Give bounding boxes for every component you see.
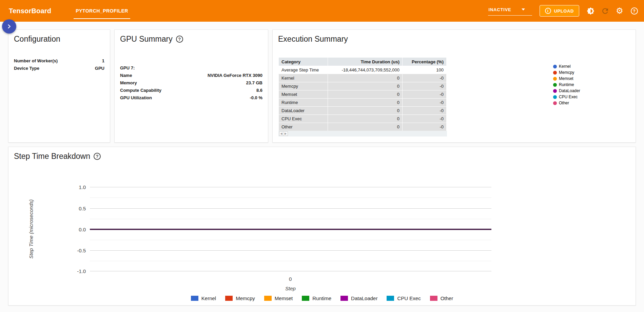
cell-category: CPU Exec — [279, 115, 328, 123]
tab-label: PYTORCH_PROFILER — [76, 8, 128, 14]
config-row-device-type: Device Type GPU — [14, 66, 104, 71]
cell-duration: 0 — [328, 74, 403, 82]
table-horizontal-scrollbar: ◀ ▶ — [278, 131, 447, 137]
legend-item: Memset — [264, 295, 293, 301]
table-row[interactable]: Kernel 0 -0 — [279, 74, 447, 82]
chevron-down-icon — [522, 8, 525, 11]
config-label: Number of Worker(s) — [14, 58, 58, 64]
scroll-left-arrow-icon[interactable]: ◀ — [279, 132, 284, 136]
legend-label: Kernel — [201, 295, 216, 301]
legend-swatch — [340, 296, 348, 301]
gridline — [90, 271, 491, 271]
settings-gear-icon[interactable]: ⚙ — [615, 6, 624, 15]
gpu-row-memory: Memory 23.7 GB — [120, 80, 262, 86]
gridline-minor — [90, 261, 491, 261]
gridline — [90, 187, 491, 187]
tab-active-underline — [74, 18, 130, 19]
step-time-series-line[interactable] — [90, 229, 491, 230]
gridline-minor — [90, 240, 491, 240]
gpu-summary-help-icon[interactable]: ? — [176, 36, 183, 43]
gpu-label: GPU 7: — [120, 65, 135, 71]
step-time-chart-legend: Kernel Memcpy Memset Runtime DataLoader … — [8, 295, 636, 301]
legend-dot — [553, 77, 557, 81]
cell-duration: 0 — [328, 90, 403, 99]
gridline-minor — [90, 197, 491, 198]
legend-swatch — [264, 296, 272, 301]
legend-label: Other — [441, 295, 453, 301]
legend-label: CPU Exec — [559, 95, 578, 99]
refresh-icon[interactable] — [601, 6, 609, 15]
table-row[interactable]: Memcpy 0 -0 — [279, 82, 447, 90]
expand-sidebar-button[interactable] — [2, 19, 16, 34]
legend-label: Kernel — [559, 64, 571, 69]
info-icon: i — [545, 8, 551, 14]
legend-item: Other — [430, 295, 453, 301]
legend-label: Runtime — [312, 295, 331, 301]
gpu-row-utilization: GPU Utilization -0.0 % — [120, 95, 262, 101]
gpu-summary-card: GPU Summary ? GPU 7: Name NVIDIA GeForce… — [114, 29, 268, 143]
legend-item: Memset — [553, 76, 580, 82]
gpu-label: Memory — [120, 80, 137, 86]
table-row[interactable]: Runtime 0 -0 — [279, 99, 447, 107]
cell-duration: 0 — [328, 82, 403, 90]
cell-duration: 0 — [328, 107, 403, 115]
table-row[interactable]: Average Step Time -18,446,744,073,709,55… — [279, 66, 447, 74]
legend-item: DataLoader — [340, 295, 377, 301]
cell-duration: 0 — [328, 123, 403, 131]
legend-item: CPU Exec — [387, 295, 421, 301]
upload-button[interactable]: i UPLOAD — [540, 5, 580, 17]
gpu-value: 23.7 GB — [246, 80, 262, 86]
execution-summary-title: Execution Summary — [278, 35, 348, 44]
legend-label: DataLoader — [559, 88, 580, 93]
table-row[interactable]: DataLoader 0 -0 — [279, 107, 447, 115]
tab-pytorch-profiler[interactable]: PYTORCH_PROFILER — [74, 0, 130, 22]
y-tick-label: -1.0 — [70, 268, 86, 274]
table-row[interactable]: Memset 0 -0 — [279, 90, 447, 99]
cell-percentage: -0 — [403, 74, 447, 82]
gpu-summary-title: GPU Summary ? — [120, 35, 183, 44]
cell-percentage: -0 — [403, 90, 447, 99]
legend-label: CPU Exec — [397, 295, 421, 301]
legend-swatch — [225, 296, 233, 301]
cell-percentage: -0 — [403, 123, 447, 131]
cell-percentage: -0 — [403, 107, 447, 115]
gpu-row-device: GPU 7: — [120, 65, 262, 71]
y-axis-title: Step Time (microseconds) — [28, 200, 34, 259]
legend-label: Runtime — [559, 82, 574, 87]
scroll-arrows: ◀ ▶ — [279, 131, 288, 136]
legend-dot — [553, 65, 557, 68]
cell-duration: 0 — [328, 115, 403, 123]
legend-dot — [553, 71, 557, 75]
cell-category: Kernel — [279, 74, 328, 82]
gpu-label: Compute Capability — [120, 88, 161, 93]
cell-percentage: -0 — [403, 99, 447, 107]
table-row[interactable]: Other 0 -0 — [279, 123, 447, 131]
cell-percentage: 100 — [403, 66, 447, 74]
cell-category: DataLoader — [279, 107, 328, 115]
legend-dot — [553, 101, 557, 105]
cell-category: Memset — [279, 90, 328, 99]
execution-summary-card: Execution Summary Category Time Duration… — [272, 29, 636, 143]
cell-category: Other — [279, 123, 328, 131]
run-status-select[interactable]: INACTIVE — [488, 6, 532, 16]
scroll-right-arrow-icon[interactable]: ▶ — [284, 132, 288, 136]
step-time-breakdown-card: Step Time Breakdown ? 1.0 0.5 0.0 -0.5 -… — [8, 147, 636, 306]
legend-swatch — [430, 296, 437, 301]
legend-item: Other — [553, 100, 580, 106]
legend-item: DataLoader — [553, 88, 580, 94]
table-row[interactable]: CPU Exec 0 -0 — [279, 115, 447, 123]
config-row-workers: Number of Worker(s) 1 — [14, 58, 104, 64]
gpu-label: GPU Utilization — [120, 95, 152, 101]
cell-category: Memcpy — [279, 82, 328, 90]
step-time-help-icon[interactable]: ? — [94, 153, 101, 160]
legend-label: DataLoader — [351, 295, 377, 301]
table-header-row: Category Time Duration (us) Percentage (… — [279, 58, 447, 66]
x-tick-label: 0 — [289, 276, 292, 282]
run-status-value: INACTIVE — [489, 7, 511, 12]
help-icon[interactable]: ? — [630, 6, 639, 15]
brightness-toggle-icon[interactable] — [586, 6, 595, 15]
legend-swatch — [302, 296, 309, 301]
gridline — [90, 250, 491, 251]
upload-button-label: UPLOAD — [554, 8, 574, 14]
cell-percentage: -0 — [403, 115, 447, 123]
